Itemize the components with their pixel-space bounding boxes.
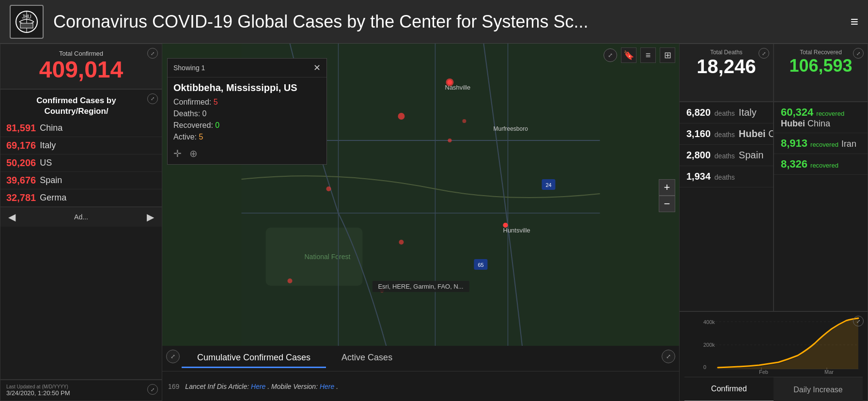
deaths-country-1: Italy [739,107,757,118]
svg-text:National Forest: National Forest [305,253,351,261]
svg-point-21 [446,78,454,86]
nav-prev-button[interactable]: ◀ [8,211,16,223]
chart-tab-confirmed[interactable]: Confirmed [684,377,774,401]
last-updated-card: ⤢ Last Updated at (M/D/YYYY) 3/24/2020, … [0,380,162,401]
list-nav: ◀ Ad... ▶ [0,207,162,227]
svg-point-24 [399,240,404,245]
svg-point-27 [503,223,508,228]
popup-location: Oktibbeha, Mississippi, US [168,77,326,96]
svg-point-26 [448,139,452,142]
recovered-country-2: Iran [841,139,856,149]
popup-recovered-label: Recovered: [173,121,213,129]
svg-text:0: 0 [703,364,706,370]
recovered-country-1a: Hubei [781,119,805,129]
chart-tab-daily-increase[interactable]: Daily Increase [774,377,863,401]
popup-recovered-value: 0 [215,121,219,129]
chart-tabs: Confirmed Daily Increase [684,377,863,401]
tab-active-cases[interactable]: Active Cases [326,349,408,368]
map-toolbar: ⤢ 🔖 ≡ ⊞ [600,44,679,67]
tab-cumulative-confirmed[interactable]: Cumulative Confirmed Cases [182,349,326,368]
popup-move-icon[interactable]: ✛ [173,148,182,159]
ci-value-3: 39,676 [6,175,36,186]
recovered-suffix-3: recovered [810,162,838,169]
popup-header: Showing 1 ✕ [168,59,326,77]
article-middle-text: Article: [228,383,251,390]
deaths-suffix-1: deaths [714,109,735,117]
menu-icon[interactable]: ≡ [851,14,858,30]
deaths-item-4: 1,934 deaths [680,166,773,187]
expand-total-confirmed[interactable]: ⤢ [147,48,158,59]
expand-recovered[interactable]: ⤢ [853,48,864,59]
popup-deaths-label: Deaths: [173,109,200,118]
recovered-suffix-1: recovered [816,110,844,117]
svg-text:65: 65 [478,262,483,268]
confirmed-list: 81,591China69,176Italy50,206US39,676Spai… [0,120,162,207]
recovered-value-2: 8,913 [781,137,807,150]
recovered-item-1: 60,324 recovered Hubei China [774,102,868,133]
ci-value-1: 69,176 [6,140,36,151]
article-text: Lancet Inf Dis Article: Here . Mobile Ve… [185,383,338,390]
map-zoom-controls: + − [659,179,675,212]
expand-confirmed-list[interactable]: ⤢ [147,93,158,104]
bookmark-tool[interactable]: 🔖 [621,47,636,63]
left-panel: ⤢ Total Confirmed 409,014 ⤢ Confirmed Ca… [0,44,162,401]
deaths-item-2: 3,160 deaths Hubei China [680,123,773,145]
deaths-suffix-3: deaths [714,152,735,160]
ci-country-1: Italy [40,140,56,151]
last-updated-value: 3/24/2020, 1:20:50 PM [6,389,156,397]
deaths-list: 6,820 deaths Italy 3,160 deaths Hubei Ch… [679,102,774,311]
article-link-2[interactable]: Here [320,383,334,390]
popup-active-row: Active: 5 [168,131,326,143]
svg-text:Mar: Mar [824,369,834,375]
expand-last-updated[interactable]: ⤢ [147,384,158,395]
deaths-value-3: 2,800 [686,150,711,161]
total-confirmed-value: 409,014 [8,57,154,83]
svg-text:400k: 400k [703,319,715,325]
expand-bottom-map-button[interactable]: ⤢ [166,350,180,363]
right-panel: ⤢ Total Deaths 18,246 ⤢ Total Recovered … [679,44,868,401]
ci-country-4: Germa [40,193,66,203]
expand-deaths[interactable]: ⤢ [759,48,769,59]
total-confirmed-label: Total Confirmed [8,50,154,57]
deaths-suffix-2: deaths [714,131,735,139]
expand-map-button[interactable]: ⤢ [604,48,617,62]
popup-actions: ✛ ⊕ [168,143,326,164]
right-middle: 6,820 deaths Italy 3,160 deaths Hubei Ch… [679,102,868,311]
deaths-item-1: 6,820 deaths Italy [680,102,773,123]
last-updated-label: Last Updated at (M/D/YYYY) [6,384,156,389]
svg-text:200k: 200k [703,342,715,348]
zoom-out-button[interactable]: − [659,196,675,212]
map-popup: Showing 1 ✕ Oktibbeha, Mississippi, US C… [167,58,327,165]
expand-chart[interactable]: ⤢ [853,316,864,326]
ci-value-2: 50,206 [6,157,36,169]
confirmed-list-title: Confirmed Cases by Country/Region/ [0,90,162,120]
popup-close-button[interactable]: ✕ [313,62,321,73]
recovered-country-1b: China [805,119,830,129]
svg-point-25 [288,278,293,283]
popup-deaths-row: Deaths: 0 [168,108,326,120]
expand-map-bottom-right[interactable]: ⤢ [662,350,675,363]
deaths-country-3: Spain [739,150,763,161]
recovered-value: 106,593 [781,56,861,76]
deaths-item-3: 2,800 deaths Spain [680,145,773,166]
main-content: ⤢ Total Confirmed 409,014 ⤢ Confirmed Ca… [0,44,868,401]
nav-label: Ad... [74,213,88,221]
popup-confirmed-value: 5 [214,98,218,106]
popup-confirmed-label: Confirmed: [173,98,211,106]
popup-title: Showing 1 [173,64,205,72]
right-top-cards: ⤢ Total Deaths 18,246 ⤢ Total Recovered … [679,44,868,102]
svg-text:24: 24 [545,182,551,188]
map-area: National Forest 24 65 Nashville H [162,44,679,401]
article-title-text: Lancet Inf Dis [185,383,227,390]
map-background[interactable]: National Forest 24 65 Nashville H [162,44,679,348]
zoom-in-button[interactable]: + [659,179,675,196]
map-tabs: ⤢ Cumulative Confirmed Cases Active Case… [162,346,679,371]
grid-tool[interactable]: ⊞ [660,47,675,63]
deaths-country-2b: China [766,128,774,139]
nav-next-button[interactable]: ▶ [147,211,154,223]
header: JHU Coronavirus COVID-19 Global Cases by… [0,0,868,44]
popup-zoom-icon[interactable]: ⊕ [189,148,198,159]
list-tool[interactable]: ≡ [640,47,656,63]
article-period: . [336,383,338,390]
article-link-1[interactable]: Here [251,383,265,390]
